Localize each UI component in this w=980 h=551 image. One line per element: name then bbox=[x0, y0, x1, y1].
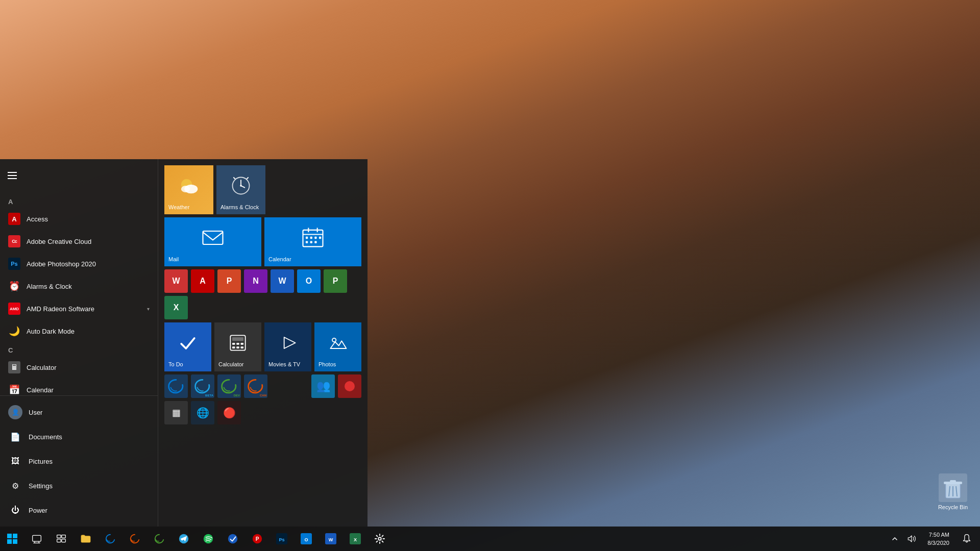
taskbar-photoshop[interactable]: Ps bbox=[270, 527, 294, 551]
taskbar-excel[interactable]: X bbox=[343, 527, 368, 551]
weather-tile-icon bbox=[168, 169, 209, 202]
documents-icon: 📄 bbox=[8, 430, 22, 444]
settings-item[interactable]: ⚙ Settings bbox=[0, 473, 158, 498]
recycle-bin[interactable]: Recycle Bin bbox=[938, 473, 968, 510]
taskbar-start-button[interactable] bbox=[0, 527, 24, 551]
photos-tile-label: Photos bbox=[318, 361, 336, 367]
taskbar-search[interactable] bbox=[24, 527, 49, 551]
user-profile-item[interactable]: 👤 User bbox=[0, 400, 158, 424]
calendar-icon: 📅 bbox=[8, 384, 20, 395]
app-item-calculator[interactable]: 🖩 Calculator bbox=[0, 356, 158, 379]
taskbar-file-explorer[interactable] bbox=[74, 527, 98, 551]
taskbar-edge-canary[interactable] bbox=[122, 527, 147, 551]
svg-rect-38 bbox=[33, 535, 41, 541]
svg-marker-36 bbox=[284, 337, 296, 348]
svg-rect-26 bbox=[310, 241, 312, 243]
tile-office-outlook[interactable]: O bbox=[297, 269, 321, 293]
pictures-icon: 🖼 bbox=[8, 454, 22, 468]
taskbar-outlook[interactable]: O bbox=[294, 527, 318, 551]
taskbar-settings[interactable] bbox=[368, 527, 392, 551]
taskbar-spotify[interactable] bbox=[196, 527, 220, 551]
tile-mail[interactable]: Mail bbox=[164, 217, 261, 266]
start-menu: A A Access Cc Adobe Creative Cloud Ps Ad… bbox=[0, 159, 368, 527]
clock[interactable]: 7:50 AM 8/3/2020 bbox=[921, 531, 955, 547]
tiles-panel: Weather Alarms & Clock bbox=[158, 159, 368, 527]
app-item-autodark[interactable]: 🌙 Auto Dark Mode bbox=[0, 320, 158, 342]
tile-movies[interactable]: Movies & TV bbox=[264, 322, 311, 371]
pictures-item[interactable]: 🖼 Pictures bbox=[0, 449, 158, 473]
tile-edge-stable[interactable] bbox=[164, 374, 188, 398]
hamburger-button[interactable] bbox=[0, 163, 24, 188]
power-label: Power bbox=[29, 507, 47, 514]
tile-office-access[interactable]: A bbox=[191, 269, 214, 293]
tile-office-powerpoint[interactable]: P bbox=[217, 269, 241, 293]
documents-item[interactable]: 📄 Documents bbox=[0, 424, 158, 449]
tile-weather[interactable]: Weather bbox=[164, 165, 213, 214]
taskbar-antivirus[interactable]: P bbox=[245, 527, 270, 551]
tile-calendar[interactable]: Calendar bbox=[264, 217, 361, 266]
tile-alarms-clock[interactable]: Alarms & Clock bbox=[216, 165, 265, 214]
taskbar-task-view[interactable] bbox=[49, 527, 74, 551]
tray-chevron[interactable] bbox=[889, 527, 901, 551]
recycle-bin-icon bbox=[939, 473, 967, 502]
svg-rect-32 bbox=[241, 343, 244, 345]
app-item-alarms[interactable]: ⏰ Alarms & Clock bbox=[0, 275, 158, 297]
user-avatar: 👤 bbox=[8, 405, 22, 419]
tile-edge-beta[interactable]: BETA bbox=[191, 374, 214, 398]
tile-red-circle-app[interactable]: 🔴 bbox=[217, 401, 241, 424]
hamburger-line bbox=[8, 175, 17, 176]
app-item-adobe-cc[interactable]: Cc Adobe Creative Cloud bbox=[0, 230, 158, 253]
office-row: W A P N W O P X bbox=[164, 269, 361, 319]
taskbar-word[interactable]: W bbox=[318, 527, 343, 551]
windows-logo bbox=[7, 534, 17, 544]
taskbar-telegram[interactable] bbox=[172, 527, 196, 551]
tile-edge-canary[interactable]: CAN bbox=[244, 374, 267, 398]
app-name-adobe-cc: Adobe Creative Cloud bbox=[27, 238, 91, 245]
app-item-amd[interactable]: AMD AMD Radeon Software ▾ bbox=[0, 297, 158, 320]
tile-photos[interactable]: Photos bbox=[314, 322, 361, 371]
taskbar-edge-dev[interactable] bbox=[147, 527, 172, 551]
svg-rect-25 bbox=[306, 241, 308, 243]
tile-calculator[interactable]: Calculator bbox=[214, 322, 261, 371]
alarms-clock-tile-label: Alarms & Clock bbox=[220, 204, 259, 210]
tile-office-word-blue[interactable]: W bbox=[271, 269, 294, 293]
app-name-calculator: Calculator bbox=[27, 364, 57, 371]
tile-edge-dev[interactable]: DEV bbox=[217, 374, 241, 398]
tile-globe-app[interactable]: 🌐 bbox=[191, 401, 214, 424]
adobe-cc-icon: Cc bbox=[8, 235, 20, 247]
tile-grid-app[interactable]: ▦ bbox=[164, 401, 188, 424]
notification-bell[interactable] bbox=[958, 527, 976, 551]
pictures-label: Pictures bbox=[29, 458, 53, 465]
tile-todo[interactable]: To Do bbox=[164, 322, 211, 371]
movies-tile-label: Movies & TV bbox=[268, 361, 300, 367]
volume-icon[interactable] bbox=[904, 527, 919, 551]
app-name-calendar: Calendar bbox=[27, 386, 54, 394]
tile-office-word-red[interactable]: W bbox=[164, 269, 188, 293]
app-item-calendar[interactable]: 📅 Calendar bbox=[0, 379, 158, 395]
tile-office-project[interactable]: P bbox=[324, 269, 347, 293]
power-item[interactable]: ⏻ Power bbox=[0, 498, 158, 522]
app-name-amd: AMD Radeon Software bbox=[27, 305, 94, 313]
settings-label: Settings bbox=[29, 482, 53, 490]
amd-icon: AMD bbox=[8, 303, 20, 315]
taskbar-edge[interactable] bbox=[98, 527, 122, 551]
section-letter-c: C bbox=[0, 342, 158, 356]
app-list-bottom: 👤 User 📄 Documents 🖼 Pictures ⚙ Settings… bbox=[0, 395, 158, 527]
calculator-tile-icon bbox=[218, 327, 257, 359]
red-dot-icon bbox=[345, 381, 355, 391]
tile-office-onenote[interactable]: N bbox=[244, 269, 267, 293]
tile-people[interactable]: 👥 bbox=[311, 374, 335, 398]
svg-rect-30 bbox=[232, 343, 235, 345]
app-item-access[interactable]: A Access bbox=[0, 208, 158, 230]
documents-label: Documents bbox=[29, 433, 62, 441]
alarms-tile-icon bbox=[220, 169, 261, 202]
calendar-tile-icon bbox=[268, 221, 357, 254]
svg-point-59 bbox=[378, 537, 381, 540]
app-item-photoshop[interactable]: Ps Adobe Photoshop 2020 bbox=[0, 253, 158, 275]
alarms-icon: ⏰ bbox=[8, 280, 20, 292]
tile-office-excel[interactable]: X bbox=[164, 296, 188, 319]
section-letter-a: A bbox=[0, 194, 158, 208]
tile-red-dot-app[interactable] bbox=[338, 374, 361, 398]
svg-text:O: O bbox=[304, 537, 308, 542]
taskbar-todo[interactable] bbox=[220, 527, 245, 551]
